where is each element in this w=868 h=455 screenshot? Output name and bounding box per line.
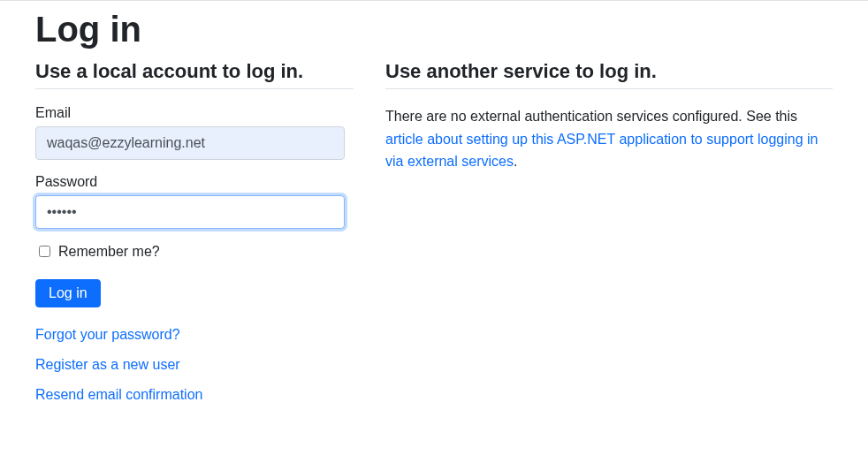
resend-confirmation-link[interactable]: Resend email confirmation	[35, 387, 354, 403]
divider	[385, 88, 833, 89]
remember-me-label: Remember me?	[58, 244, 160, 260]
local-login-header: Use a local account to log in.	[35, 60, 354, 83]
login-button[interactable]: Log in	[35, 279, 101, 307]
email-label: Email	[35, 105, 354, 121]
external-login-section: Use another service to log in. There are…	[385, 55, 833, 417]
password-input[interactable]	[35, 195, 345, 229]
forgot-password-link[interactable]: Forgot your password?	[35, 327, 354, 343]
external-msg-prefix: There are no external authentication ser…	[385, 109, 797, 124]
register-link[interactable]: Register as a new user	[35, 357, 354, 373]
local-login-section: Use a local account to log in. Email Pas…	[35, 55, 354, 417]
remember-me-checkbox[interactable]	[39, 246, 50, 257]
external-docs-link[interactable]: article about setting up this ASP.NET ap…	[385, 132, 819, 170]
external-msg-suffix: .	[514, 154, 517, 169]
divider	[35, 88, 354, 89]
password-label: Password	[35, 174, 354, 190]
external-login-message: There are no external authentication ser…	[385, 105, 833, 173]
external-login-header: Use another service to log in.	[385, 60, 833, 83]
page-title: Log in	[35, 10, 833, 49]
login-form: Email Password Remember me? Log in Forgo…	[35, 105, 354, 403]
email-input[interactable]	[35, 126, 345, 160]
